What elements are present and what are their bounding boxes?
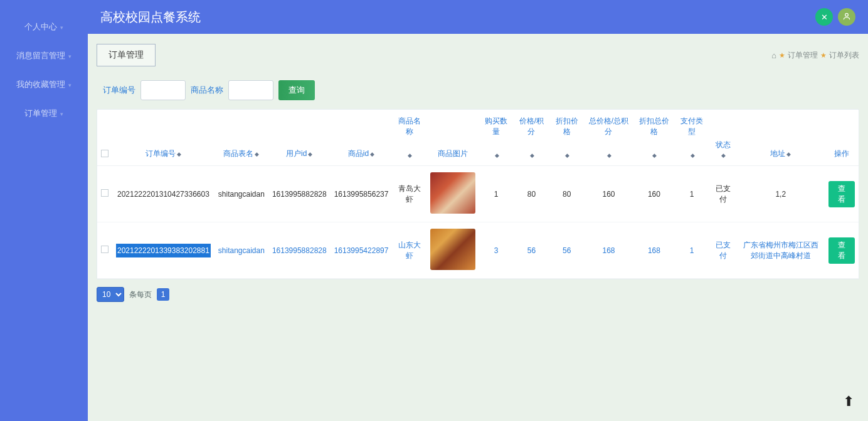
cell-price: 80 bbox=[513, 166, 549, 222]
cell-product-id: 1613995856237 bbox=[331, 166, 393, 222]
chevron-down-icon: ▾ bbox=[60, 24, 63, 31]
sidebar-item-label: 消息留言管理 bbox=[16, 51, 65, 60]
order-no-label: 订单编号 bbox=[103, 85, 135, 96]
user-icon bbox=[842, 12, 851, 23]
sort-icon: ◆ bbox=[255, 151, 259, 157]
col-address-sort[interactable]: 地址◆ bbox=[737, 138, 825, 166]
sort-icon: ◆ bbox=[565, 152, 569, 159]
sort-icon: ◆ bbox=[370, 151, 374, 157]
cell-discount-price: 80 bbox=[549, 166, 584, 222]
sidebar-item-messages[interactable]: 消息留言管理 ▾ bbox=[0, 41, 88, 70]
svg-point-0 bbox=[845, 13, 849, 16]
sort-icon: ◆ bbox=[177, 151, 181, 157]
sort-icon: ◆ bbox=[495, 152, 499, 159]
filter-bar: 订单编号 商品名称 查询 bbox=[103, 80, 859, 100]
col-product-id-sort[interactable]: 商品id◆ bbox=[331, 138, 393, 166]
user-button[interactable] bbox=[838, 8, 855, 26]
col-price-sort[interactable]: ◆ bbox=[513, 138, 549, 166]
star-icon: ★ bbox=[779, 51, 785, 60]
query-button[interactable]: 查询 bbox=[278, 80, 315, 100]
sort-icon: ◆ bbox=[607, 152, 611, 159]
cell-qty: 3 bbox=[479, 222, 514, 279]
cell-product-name: 山东大虾 bbox=[392, 222, 426, 279]
col-ops: 操作 bbox=[834, 149, 849, 158]
cell-product-id: 1613995422897 bbox=[331, 222, 393, 279]
cell-qty: 1 bbox=[479, 166, 514, 222]
sidebar-item-orders[interactable]: 订单管理 ▾ bbox=[0, 99, 88, 128]
cell-total: 168 bbox=[584, 222, 633, 279]
col-order-no-sort[interactable]: 订单编号◆ bbox=[112, 138, 214, 166]
view-button[interactable]: 查看 bbox=[828, 181, 855, 207]
sidebar-item-label: 我的收藏管理 bbox=[16, 80, 65, 89]
home-icon: ⌂ bbox=[771, 51, 776, 60]
cell-address: 广东省梅州市梅江区西郊街道中高峰村道 bbox=[737, 222, 825, 279]
chevron-down-icon: ▾ bbox=[68, 82, 71, 88]
col-pay-type-sort[interactable]: ◆ bbox=[675, 138, 709, 166]
product-image bbox=[430, 229, 475, 270]
tab-order-manage[interactable]: 订单管理 bbox=[97, 44, 156, 66]
col-total-sort[interactable]: ◆ bbox=[584, 138, 633, 166]
cell-discount-total: 168 bbox=[633, 222, 675, 279]
breadcrumb-page: 订单列表 bbox=[829, 50, 859, 61]
col-user-id-sort[interactable]: 用户id◆ bbox=[268, 138, 331, 166]
sidebar-item-favorites[interactable]: 我的收藏管理 ▾ bbox=[0, 70, 88, 99]
expand-icon: ✕ bbox=[821, 13, 828, 22]
page-title: 高校校园点餐系统 bbox=[100, 9, 810, 26]
cell-price: 56 bbox=[513, 222, 549, 279]
pagination: 10 条每页 1 bbox=[97, 287, 859, 302]
star-icon: ★ bbox=[820, 51, 827, 60]
order-no-input[interactable] bbox=[140, 80, 186, 100]
view-button[interactable]: 查看 bbox=[828, 237, 855, 264]
orders-table: 商品名称 购买数量 价格/积分 折扣价格 总价格/总积分 折扣总价格 支付类型 bbox=[97, 109, 859, 279]
per-page-label: 条每页 bbox=[129, 289, 152, 300]
cell-table-name: shitangcaidan bbox=[214, 166, 268, 222]
col-status-sort[interactable]: 状态◆ bbox=[709, 138, 736, 166]
col-pay-type: 支付类型 bbox=[680, 117, 703, 136]
sidebar-item-profile[interactable]: 个人中心 ▾ bbox=[0, 13, 88, 41]
sidebar: 个人中心 ▾ 消息留言管理 ▾ 我的收藏管理 ▾ 订单管理 ▾ bbox=[0, 0, 88, 421]
select-all-checkbox[interactable] bbox=[101, 150, 109, 157]
scroll-to-top-button[interactable]: ⬆ bbox=[843, 393, 854, 410]
sort-icon: ◆ bbox=[408, 152, 412, 159]
cell-user-id: 1613995882828 bbox=[268, 222, 331, 279]
col-discount-total: 折扣总价格 bbox=[639, 117, 669, 136]
col-discount-price-sort[interactable]: ◆ bbox=[549, 138, 584, 166]
col-price: 价格/积分 bbox=[519, 117, 544, 136]
row-checkbox[interactable] bbox=[101, 189, 109, 197]
sidebar-item-label: 个人中心 bbox=[24, 22, 57, 31]
cell-total: 160 bbox=[584, 166, 633, 222]
cell-user-id: 1613995882828 bbox=[268, 166, 331, 222]
table-row: 2021222201339383202881 shitangcaidan 161… bbox=[97, 222, 859, 279]
cell-discount-price: 56 bbox=[549, 222, 584, 279]
arrow-up-icon: ⬆ bbox=[843, 393, 854, 409]
sort-icon: ◆ bbox=[530, 152, 534, 159]
product-name-input[interactable] bbox=[228, 80, 273, 100]
col-product-img: 商品图片 bbox=[438, 149, 468, 158]
header: 高校校园点餐系统 ✕ bbox=[88, 0, 868, 34]
col-table-name-sort[interactable]: 商品表名◆ bbox=[214, 138, 268, 166]
fullscreen-button[interactable]: ✕ bbox=[815, 8, 833, 26]
page-number[interactable]: 1 bbox=[157, 288, 169, 301]
sort-icon: ◆ bbox=[786, 151, 791, 157]
sort-icon: ◆ bbox=[721, 152, 726, 159]
cell-pay-type: 1 bbox=[675, 222, 709, 279]
col-product-name: 商品名称 bbox=[398, 117, 421, 136]
chevron-down-icon: ▾ bbox=[60, 111, 63, 117]
col-qty: 购买数量 bbox=[485, 117, 507, 136]
breadcrumb: ⌂ ★ 订单管理 ★ 订单列表 bbox=[771, 50, 859, 61]
row-checkbox[interactable] bbox=[101, 246, 109, 253]
col-qty-sort[interactable]: ◆ bbox=[479, 138, 514, 166]
cell-order-no: 2021222201310427336603 bbox=[112, 166, 214, 222]
cell-pay-type: 1 bbox=[675, 166, 709, 222]
col-total: 总价格/总积分 bbox=[589, 117, 628, 136]
cell-status: 已支付 bbox=[709, 222, 736, 279]
sort-icon: ◆ bbox=[691, 152, 695, 159]
breadcrumb-section: 订单管理 bbox=[788, 50, 818, 61]
product-name-label: 商品名称 bbox=[191, 85, 223, 96]
col-product-name-sort[interactable]: ◆ bbox=[392, 138, 426, 166]
cell-status: 已支付 bbox=[709, 166, 736, 222]
sort-icon: ◆ bbox=[308, 151, 312, 157]
page-size-select[interactable]: 10 bbox=[97, 287, 124, 302]
col-discount-total-sort[interactable]: ◆ bbox=[633, 138, 675, 166]
product-image bbox=[430, 172, 475, 214]
